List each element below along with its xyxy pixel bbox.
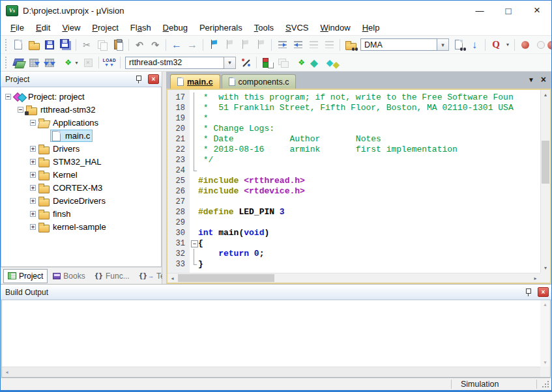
- tree-expander[interactable]: −: [30, 120, 36, 126]
- tree-expander[interactable]: +: [30, 224, 36, 230]
- scroll-left-icon[interactable]: ◂: [167, 273, 177, 283]
- manage-rte-button[interactable]: ❖: [291, 55, 306, 70]
- copy-button[interactable]: [94, 38, 110, 52]
- build-output-close-icon[interactable]: ×: [538, 287, 549, 297]
- menu-help[interactable]: Help: [356, 21, 386, 34]
- search-dropdown-icon[interactable]: ▾: [437, 38, 449, 51]
- build-output-vertical-scrollbar[interactable]: ▴ ▾: [540, 300, 550, 367]
- search-input[interactable]: DMA: [360, 38, 437, 51]
- paste-button[interactable]: [110, 38, 126, 52]
- download-button[interactable]: LOAD▼▼: [102, 55, 117, 70]
- menu-file[interactable]: File: [5, 21, 30, 34]
- unindent-button[interactable]: [290, 38, 306, 52]
- menu-edit[interactable]: Edit: [30, 21, 56, 34]
- tree-expander[interactable]: +: [30, 211, 36, 217]
- tree-item-rtthread-stm32[interactable]: −rtthread-stm32: [1, 103, 161, 116]
- build-button[interactable]: [26, 55, 42, 70]
- panel-tab-project[interactable]: Project: [3, 269, 48, 283]
- indent-button[interactable]: [274, 38, 290, 52]
- tab-main-c[interactable]: main.c: [170, 74, 220, 89]
- tree-expander[interactable]: −: [5, 94, 11, 100]
- pin-icon[interactable]: [525, 288, 532, 296]
- menu-tools[interactable]: Tools: [248, 21, 280, 34]
- fold-toggle-icon[interactable]: [190, 238, 198, 249]
- horizontal-scroll-thumb[interactable]: [178, 274, 274, 282]
- tree-item-devicedrivers[interactable]: +DeviceDrivers: [1, 194, 161, 207]
- find-button[interactable]: [451, 38, 467, 52]
- save-all-button[interactable]: [57, 38, 73, 52]
- select-packs-button[interactable]: ◆: [306, 55, 322, 70]
- editor-vertical-scrollbar[interactable]: ▴ ▾: [540, 90, 550, 273]
- redo-button[interactable]: ↷: [147, 38, 163, 52]
- bookmark-clear-button[interactable]: [253, 38, 269, 52]
- vertical-scroll-thumb[interactable]: [542, 141, 549, 184]
- undo-button[interactable]: ↶: [132, 38, 147, 52]
- menu-peripherals[interactable]: Peripherals: [194, 21, 248, 34]
- project-panel-close-icon[interactable]: ×: [148, 74, 159, 84]
- comment-button[interactable]: [306, 38, 321, 52]
- navigate-back-button[interactable]: ←: [169, 38, 184, 52]
- tab-list-dropdown-icon[interactable]: ▼: [528, 76, 534, 83]
- tree-item-kernel-sample[interactable]: +kernel-sample: [1, 220, 161, 233]
- target-dropdown-icon[interactable]: ▾: [224, 57, 236, 69]
- tree-expander[interactable]: +: [30, 185, 36, 191]
- find-in-files-button[interactable]: [343, 38, 358, 52]
- tree-item-project-project[interactable]: −Project: project: [1, 90, 161, 103]
- tree-item-finsh[interactable]: +finsh: [1, 207, 161, 220]
- target-select[interactable]: rtthread-stm32: [125, 57, 224, 69]
- stop-build-button[interactable]: ×: [80, 55, 96, 70]
- bookmark-prev-button[interactable]: [222, 38, 237, 52]
- tree-item-main-c[interactable]: main.c: [1, 129, 161, 142]
- manage-project-items-button[interactable]: [259, 55, 275, 70]
- maximize-button[interactable]: □: [494, 1, 523, 20]
- menu-window[interactable]: Window: [314, 21, 356, 34]
- tree-item-kernel[interactable]: +Kernel: [1, 168, 161, 181]
- toolbar-grip[interactable]: [4, 57, 8, 68]
- tree-expander[interactable]: +: [30, 172, 36, 178]
- breakpoint-enable-button[interactable]: [533, 38, 549, 52]
- minimize-button[interactable]: —: [465, 1, 494, 20]
- scroll-right-icon[interactable]: ▸: [530, 273, 540, 283]
- translate-button[interactable]: [10, 55, 26, 70]
- tree-item-drivers[interactable]: +Drivers: [1, 142, 161, 155]
- tab-components-c[interactable]: components.c: [222, 74, 297, 89]
- tree-expander[interactable]: +: [30, 146, 36, 152]
- scroll-down-icon[interactable]: ▾: [544, 359, 546, 365]
- tree-item-stm32-hal[interactable]: +STM32_HAL: [1, 155, 161, 168]
- panel-tab-books[interactable]: Books: [49, 270, 89, 283]
- breakpoint-toggle-button[interactable]: [517, 38, 533, 52]
- pack-installer-button[interactable]: ◆◆: [322, 55, 338, 70]
- code-find-button[interactable]: Q: [488, 38, 504, 52]
- document-close-icon[interactable]: ×: [541, 74, 546, 85]
- batch-build-button[interactable]: ❖: [57, 55, 73, 70]
- tree-expander[interactable]: +: [30, 159, 36, 165]
- uncomment-button[interactable]: [321, 38, 337, 52]
- code-find-dropdown-icon[interactable]: ▾: [504, 38, 512, 52]
- scroll-down-icon[interactable]: ▾: [541, 263, 550, 273]
- close-button[interactable]: ×: [523, 1, 551, 20]
- scroll-up-icon[interactable]: ▴: [544, 301, 546, 307]
- pin-icon[interactable]: [135, 75, 143, 83]
- code-editor[interactable]: 17 * with this program; if not, write to…: [167, 90, 540, 273]
- menu-svcs[interactable]: SVCS: [280, 21, 314, 34]
- new-file-button[interactable]: [10, 38, 26, 52]
- menu-flash[interactable]: Flash: [124, 21, 157, 34]
- tree-expander[interactable]: +: [30, 198, 36, 204]
- search-combobox[interactable]: DMA ▾: [360, 38, 449, 51]
- breakpoint-clear-button[interactable]: [547, 41, 551, 49]
- scroll-up-icon[interactable]: ▴: [541, 90, 550, 100]
- resize-grip[interactable]: [537, 378, 551, 390]
- target-options-button[interactable]: [238, 55, 254, 70]
- bookmark-next-button[interactable]: [237, 38, 253, 52]
- open-file-button[interactable]: [26, 38, 42, 52]
- editor-horizontal-scrollbar[interactable]: ◂ ▸: [167, 273, 540, 283]
- menu-project[interactable]: Project: [86, 21, 124, 34]
- tree-expander[interactable]: −: [18, 107, 23, 113]
- scroll-left-icon[interactable]: ◂: [2, 369, 12, 375]
- navigate-forward-button[interactable]: →: [184, 38, 200, 52]
- toolbar-grip[interactable]: [4, 39, 8, 51]
- panel-tab-func[interactable]: {}Func...: [91, 270, 134, 283]
- tree-item-cortex-m3[interactable]: +CORTEX-M3: [1, 181, 161, 194]
- bookmark-toggle-button[interactable]: [206, 38, 222, 52]
- menu-view[interactable]: View: [56, 21, 86, 34]
